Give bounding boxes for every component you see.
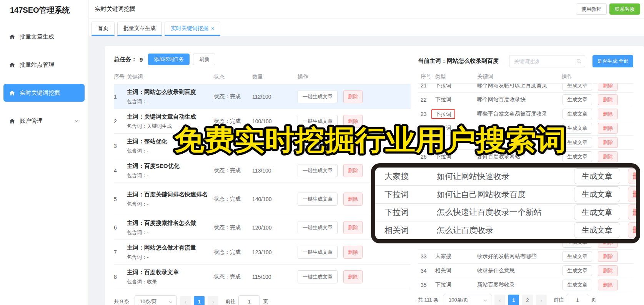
generate-article-button[interactable]: 一键生成文章 bbox=[298, 139, 338, 152]
inset-row: 大家搜 如何让网站快速收录 生成文章 删除 bbox=[375, 168, 636, 186]
delete-button: 删除 bbox=[628, 168, 640, 184]
goto-page-input[interactable] bbox=[238, 295, 260, 305]
row-status: 状态：完成 bbox=[214, 273, 252, 280]
delete-button[interactable]: 删除 bbox=[343, 164, 363, 177]
generate-article-button[interactable]: 一键生成文章 bbox=[298, 164, 338, 177]
delete-button[interactable]: 删除 bbox=[343, 270, 363, 283]
row-seq: 34 bbox=[418, 268, 435, 274]
delete-button[interactable]: 删除 bbox=[598, 109, 618, 119]
keyword-row[interactable]: 21 下拉词 哪个网站发帖可以上百度首页 生成文章 删除 bbox=[418, 84, 633, 93]
table-row[interactable]: 4 主词：百度SEO优化 包含词：- 状态：完成 113/100 一键生成文章 … bbox=[114, 158, 411, 183]
delete-button[interactable]: 删除 bbox=[598, 84, 618, 91]
delete-button[interactable]: 删除 bbox=[598, 151, 618, 162]
delete-button[interactable]: 删除 bbox=[598, 123, 618, 134]
row-quantity: 113/100 bbox=[252, 168, 298, 174]
keyword-row[interactable]: 22 下拉词 哪个网站百度收录快 生成文章 删除 bbox=[418, 93, 633, 107]
sidebar-item-batch-site[interactable]: 批量站点管理 bbox=[3, 56, 85, 74]
row-seq: 22 bbox=[418, 97, 435, 103]
generate-article-button[interactable]: 一键生成文章 bbox=[298, 221, 338, 234]
table-row[interactable]: 1 主词：网站怎么收录到百度 包含词：- 状态：完成 112/100 一键生成文… bbox=[114, 84, 411, 109]
row-type: 下拉词 bbox=[435, 153, 477, 160]
table-row[interactable]: 6 主词：百度搜索排名怎么做 包含词：- 状态：完成 120/100 一键生成文… bbox=[114, 215, 411, 240]
page-button-1[interactable]: 1 bbox=[508, 295, 519, 305]
page-button-1[interactable]: 1 bbox=[194, 296, 205, 305]
keyword-row[interactable]: 26 下拉词 如何百度收录网站 生成文章 删除 bbox=[418, 150, 633, 164]
generate-article-button[interactable]: 生成文章 bbox=[562, 84, 592, 91]
generate-article-button[interactable]: 生成文章 bbox=[562, 265, 592, 276]
table-row[interactable]: 3 主词：整站优化 包含词：- 一键生成文章 删除 bbox=[114, 134, 411, 158]
keyword-row[interactable]: 33 大家搜 收录好的发帖网站有哪些 生成文章 删除 bbox=[418, 250, 633, 264]
sidebar-item-label: 实时关键词挖掘 bbox=[20, 89, 60, 97]
generate-article-button[interactable]: 生成文章 bbox=[562, 109, 592, 119]
delete-button[interactable]: 删除 bbox=[343, 139, 363, 152]
sidebar-item-account[interactable]: 账户管理 bbox=[3, 112, 85, 130]
table-row[interactable]: 2 主词：关键词文章自动生成 包含词：关键词生成 状态：完成 100/100 一… bbox=[114, 109, 411, 134]
keyword-filter-input[interactable] bbox=[509, 55, 585, 67]
delete-button[interactable]: 删除 bbox=[343, 221, 363, 234]
generate-article-button[interactable]: 生成文章 bbox=[562, 94, 592, 105]
table-row[interactable]: 7 主词：网站怎么做才有流量 包含词：- 状态：完成 123/100 一键生成文… bbox=[114, 240, 411, 265]
generate-article-button[interactable]: 一键生成文章 bbox=[298, 246, 338, 259]
keyword-row[interactable]: 24 下拉词 生成文章 删除 bbox=[418, 121, 633, 136]
delete-button[interactable]: 删除 bbox=[343, 193, 363, 206]
home-icon bbox=[9, 34, 15, 40]
keyword-row[interactable]: 35 下拉词 新站百度秒收录 生成文章 删除 bbox=[418, 278, 633, 292]
generate-article-button[interactable]: 一键生成文章 bbox=[298, 270, 338, 283]
generate-article-button[interactable]: 生成文章 bbox=[562, 123, 592, 134]
row-seq: 2 bbox=[114, 118, 127, 124]
table-row[interactable]: 5 主词：百度关键词排名快速排名 包含词：- 状态：完成 140/100 一键生… bbox=[114, 183, 411, 215]
tab-realtime-keyword[interactable]: 实时关键词挖掘 × bbox=[165, 22, 220, 36]
tab-home[interactable]: 首页 bbox=[92, 22, 115, 36]
prev-page-button[interactable]: ‹ bbox=[494, 295, 505, 305]
close-icon[interactable]: × bbox=[211, 25, 214, 32]
generate-article-button[interactable]: 生成文章 bbox=[562, 151, 592, 162]
delete-button[interactable]: 删除 bbox=[343, 246, 363, 259]
task-toolbar: 总任务： 9 添加挖词任务 刷新 bbox=[114, 53, 411, 65]
tutorial-button[interactable]: 使用教程 bbox=[576, 3, 607, 15]
row-quantity: 123/100 bbox=[252, 249, 298, 255]
delete-button[interactable]: 删除 bbox=[598, 265, 618, 276]
add-task-button[interactable]: 添加挖词任务 bbox=[148, 54, 190, 65]
page-title: 实时关键词挖掘 bbox=[95, 5, 135, 13]
next-page-button[interactable]: › bbox=[536, 295, 547, 305]
row-type: 大家搜 bbox=[435, 253, 477, 260]
generate-article-button[interactable]: 一键生成文章 bbox=[298, 90, 338, 103]
row-keyword: 收录是什么意思 bbox=[477, 267, 562, 274]
generate-article-button[interactable]: 一键生成文章 bbox=[298, 193, 338, 206]
row-seq: 26 bbox=[418, 154, 435, 160]
page-button-2[interactable]: 2 bbox=[522, 295, 533, 305]
generate-article-button[interactable]: 生成文章 bbox=[562, 137, 592, 148]
inset-row: 下拉词 如何让自己网站收录百度 生成文章 删除 bbox=[375, 186, 636, 204]
keyword-table-header: 序号 类型 关键词 操作 bbox=[418, 73, 633, 84]
page-size-select[interactable]: 100条/页 bbox=[444, 294, 491, 305]
generate-article-button[interactable]: 一键生成文章 bbox=[298, 115, 338, 128]
delete-button[interactable]: 删除 bbox=[598, 94, 618, 105]
generate-article-button[interactable]: 生成文章 bbox=[562, 280, 592, 290]
delete-button[interactable]: 删除 bbox=[598, 251, 618, 262]
row-type: 下拉词 bbox=[435, 96, 477, 103]
delete-button[interactable]: 删除 bbox=[343, 115, 363, 128]
delete-button[interactable]: 删除 bbox=[598, 280, 618, 290]
column-header-seq: 序号 bbox=[418, 73, 435, 80]
total-tasks-value: 9 bbox=[140, 56, 143, 63]
keyword-row[interactable]: 25 生成文章 删除 bbox=[418, 136, 633, 150]
prev-page-button[interactable]: ‹ bbox=[180, 296, 191, 305]
row-seq: 5 bbox=[114, 196, 127, 202]
delete-button[interactable]: 删除 bbox=[598, 137, 618, 148]
next-page-button[interactable]: › bbox=[208, 296, 218, 305]
generate-filter-button[interactable]: 是否生成:全部 bbox=[592, 55, 633, 67]
tab-batch-article[interactable]: 批量文章生成 bbox=[117, 22, 162, 36]
delete-button[interactable]: 删除 bbox=[343, 90, 363, 103]
table-row[interactable]: 8 主词：百度收录文章 包含词：收录 状态：完成 115/100 一键生成文章 … bbox=[114, 265, 411, 289]
contact-support-button[interactable]: 联系客服 bbox=[609, 3, 640, 15]
sidebar-item-realtime-keyword[interactable]: 实时关键词挖掘 bbox=[3, 84, 85, 102]
page-size-select[interactable]: 10条/页 bbox=[135, 295, 177, 305]
pagination-total: 共 9 条 bbox=[114, 298, 129, 305]
keyword-row[interactable]: 34 相关词 收录是什么意思 生成文章 删除 bbox=[418, 264, 633, 278]
generate-article-button[interactable]: 生成文章 bbox=[562, 251, 592, 262]
goto-page-input[interactable] bbox=[567, 294, 588, 305]
keyword-row[interactable]: 23 下拉词 哪些平台发文容易被百度收录 生成文章 删除 bbox=[418, 107, 633, 121]
sidebar-item-batch-article[interactable]: 批量文章生成 bbox=[3, 28, 85, 45]
topbar-actions: 使用教程 联系客服 bbox=[576, 3, 640, 15]
refresh-button[interactable]: 刷新 bbox=[193, 54, 215, 65]
